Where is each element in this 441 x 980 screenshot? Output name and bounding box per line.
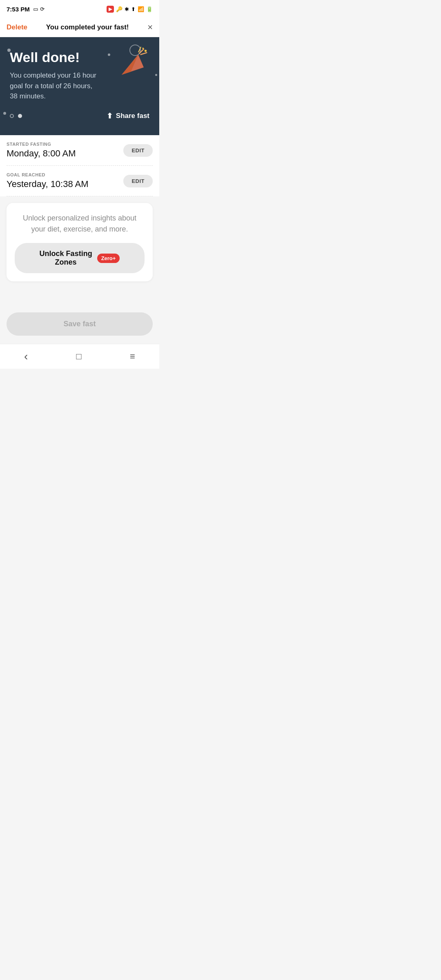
- battery-icon: 🔋: [146, 6, 153, 12]
- hero-dot-1: [10, 114, 14, 118]
- close-button[interactable]: ×: [147, 23, 153, 32]
- svg-point-6: [142, 47, 144, 49]
- unlock-card: Unlock personalized insights about your …: [7, 203, 153, 281]
- key-icon: 🔑: [116, 6, 122, 12]
- svg-line-4: [138, 47, 140, 52]
- signal-icon: ⬆: [131, 6, 136, 12]
- bluetooth-icon: ✱: [125, 6, 129, 12]
- party-popper-icon: [114, 45, 151, 82]
- edit-goal-button[interactable]: EDIT: [123, 175, 153, 187]
- spacer: [0, 288, 159, 312]
- svg-point-5: [145, 50, 147, 52]
- hero-dots: [10, 114, 22, 118]
- status-right-icons: ▶ 🔑 ✱ ⬆ 📶 🔋: [107, 6, 153, 13]
- status-time: 7:53 PM: [7, 6, 30, 13]
- status-icons: ▭ ⟳: [33, 6, 45, 12]
- goal-reached-value: Yesterday, 10:38 AM: [7, 179, 89, 189]
- hero-footer: ⬆ Share fast: [10, 111, 149, 120]
- home-button[interactable]: □: [76, 351, 82, 362]
- unlock-text: Unlock personalized insights about your …: [15, 213, 145, 235]
- hero-subtitle: You completed your 16 hour goal for a to…: [10, 70, 100, 102]
- hero-dot-2: [18, 114, 22, 118]
- goal-reached-info: GOAL REACHED Yesterday, 10:38 AM: [7, 172, 89, 189]
- back-button[interactable]: ‹: [24, 350, 28, 363]
- bottom-nav: ‹ □ ≡: [0, 344, 159, 369]
- goal-reached-label: GOAL REACHED: [7, 172, 89, 177]
- hero-section: Well done! You completed your 16 hour go…: [0, 37, 159, 135]
- started-fasting-info: STARTED FASTING Monday, 8:00 AM: [7, 142, 76, 159]
- unlock-btn-text: Unlock FastingZones: [40, 249, 92, 267]
- share-fast-button[interactable]: ⬆ Share fast: [107, 111, 149, 120]
- camera-icon: ▭: [33, 6, 38, 12]
- zero-plus-badge: Zero+: [97, 254, 120, 263]
- menu-button[interactable]: ≡: [130, 351, 135, 362]
- share-icon: ⬆: [107, 111, 113, 120]
- delete-button[interactable]: Delete: [7, 23, 27, 31]
- unlock-fasting-zones-button[interactable]: Unlock FastingZones Zero+: [15, 243, 145, 273]
- started-fasting-label: STARTED FASTING: [7, 142, 76, 147]
- started-fasting-value: Monday, 8:00 AM: [7, 148, 76, 159]
- save-fast-button[interactable]: Save fast: [7, 312, 153, 336]
- deco-dot-3: [155, 74, 157, 76]
- info-section: STARTED FASTING Monday, 8:00 AM EDIT GOA…: [0, 135, 159, 196]
- goal-reached-row: GOAL REACHED Yesterday, 10:38 AM EDIT: [7, 166, 153, 196]
- status-bar: 7:53 PM ▭ ⟳ ▶ 🔑 ✱ ⬆ 📶 🔋: [0, 0, 159, 18]
- deco-dot-4: [3, 112, 6, 115]
- record-icon: ▶: [107, 6, 114, 13]
- header-bar: Delete You completed your fast! ×: [0, 18, 159, 37]
- svg-line-3: [141, 53, 147, 55]
- started-fasting-row: STARTED FASTING Monday, 8:00 AM EDIT: [7, 135, 153, 166]
- save-fast-section: Save fast: [0, 312, 159, 344]
- wifi-icon: 📶: [138, 6, 144, 12]
- cast-icon: ⟳: [40, 6, 45, 12]
- share-fast-label: Share fast: [116, 112, 149, 120]
- header-title: You completed your fast!: [27, 23, 147, 31]
- edit-start-button[interactable]: EDIT: [123, 144, 153, 157]
